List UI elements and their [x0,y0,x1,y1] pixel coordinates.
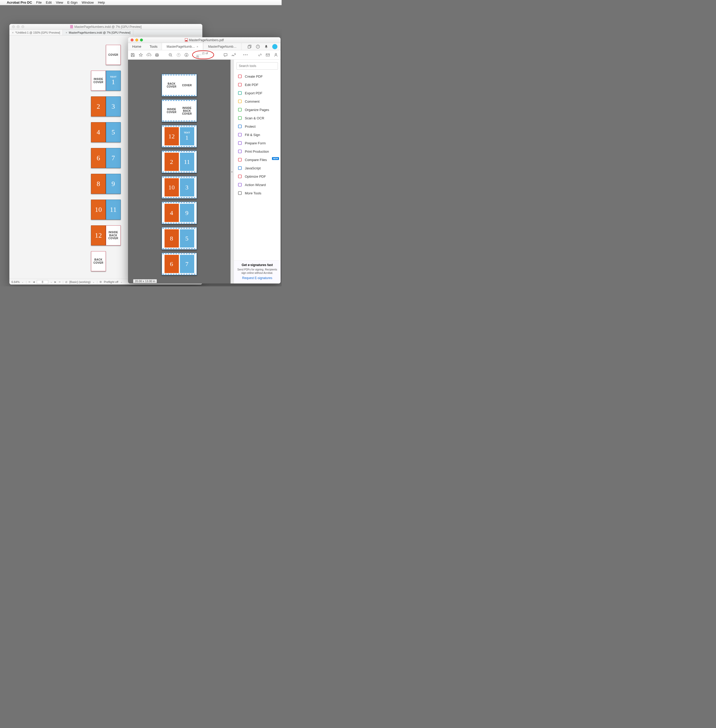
spread[interactable]: INSIDE COVERTEXT1 [91,71,121,91]
close-icon[interactable] [130,39,133,41]
help-icon[interactable]: ? [256,44,260,49]
search-tools-input[interactable] [237,62,278,70]
page-indicator[interactable]: (1 of 8) [192,50,214,59]
page-thumb[interactable]: 6 [91,148,106,168]
tool-item-fill-sign[interactable]: Fill & Sign [234,130,281,139]
promo-link[interactable]: Request E-signatures [237,276,278,280]
page-thumb[interactable]: COVER [106,45,121,65]
tab-close-icon[interactable]: × [197,45,198,48]
page-number-field[interactable]: 8 [37,280,48,284]
tool-item-organize-pages[interactable]: Organize Pages [234,106,281,114]
chevron-down-icon[interactable]: ⌄ [93,281,95,283]
tool-item-optimize-pdf[interactable]: Optimize PDF [234,172,281,180]
tool-item-edit-pdf[interactable]: Edit PDF [234,80,281,89]
page-up-icon[interactable] [176,53,181,58]
tool-item-javascript[interactable]: JavaScript [234,164,281,172]
tools-button[interactable]: Tools [146,43,162,50]
prev-page-icon[interactable]: ◀ [33,281,35,283]
home-button[interactable]: Home [128,43,146,50]
pdf-page[interactable]: 67 [162,253,197,275]
spread[interactable]: 23 [91,97,121,117]
tools-pane-collapse-icon[interactable]: ▸ [231,60,234,283]
tool-item-prepare-form[interactable]: Prepare Form [234,139,281,147]
person-icon[interactable] [273,53,278,58]
acrobat-doc-tab[interactable]: MasterPageNumb… [203,43,241,50]
share-icon[interactable] [247,44,252,49]
indesign-tab-masterpagenumbers[interactable]: × MasterPageNumbers.indd @ 7% [GPU Previ… [63,30,133,35]
spread[interactable]: COVER [106,45,121,65]
page-thumb[interactable]: 5 [106,122,121,142]
page-thumb[interactable]: INSIDE BACK COVER [106,226,121,245]
page-thumb[interactable]: 4 [91,122,106,142]
print-icon[interactable] [155,53,159,58]
bell-icon[interactable] [264,44,268,49]
gpu-icon[interactable]: ⎚ [65,280,67,283]
page-thumb[interactable]: 2 [91,97,106,117]
sign-icon[interactable] [231,53,236,58]
spread[interactable]: BACK COVER [91,251,106,271]
page-thumb[interactable]: 9 [106,174,121,194]
page-thumb[interactable]: INSIDE COVER [91,71,106,91]
page-thumb[interactable]: 10 [91,200,106,219]
zoom-level[interactable]: 6.64% [12,280,20,283]
spread[interactable]: 12INSIDE BACK COVER [91,226,121,245]
spread[interactable]: 1011 [91,200,121,219]
minimize-icon[interactable] [17,25,20,28]
page-thumb[interactable]: 3 [106,97,121,117]
page-thumb[interactable]: TEXT1 [106,71,121,91]
acrobat-doc-tab[interactable]: MasterPageNumb… × [162,43,203,50]
indesign-titlebar[interactable]: MasterPageNumbers.indd @ 7% [GPU Preview… [9,24,202,30]
preflight-status[interactable]: Preflight off [104,280,118,283]
zoom-out-icon[interactable] [168,53,173,58]
acrobat-titlebar[interactable]: MasterPageNumbers.pdf [128,37,281,43]
pdf-page[interactable]: 49 [162,202,197,224]
chevron-down-icon[interactable]: ⌄ [50,281,52,283]
page-thumb[interactable]: BACK COVER [91,251,106,271]
pdf-page[interactable]: 211 [162,151,197,173]
menu-esign[interactable]: E-Sign [67,0,77,5]
page-number-input[interactable] [196,51,202,55]
page-thumb[interactable]: 11 [106,200,121,219]
pdf-page[interactable]: BACK COVERCOVER [162,74,197,97]
tool-item-action-wizard[interactable]: Action Wizard [234,180,281,189]
spread[interactable]: 45 [91,122,121,142]
first-page-icon[interactable]: ⇤ [29,281,31,283]
chevron-down-icon[interactable]: ⌄ [22,281,24,283]
maximize-icon[interactable] [21,25,24,28]
page-thumb[interactable]: 7 [106,148,121,168]
account-avatar[interactable] [272,44,278,49]
pdf-page[interactable]: 103 [162,176,197,198]
tool-item-comment[interactable]: Comment [234,97,281,106]
spread[interactable]: 67 [91,148,121,168]
page-down-icon[interactable] [184,53,189,58]
tab-close-icon[interactable]: × [12,31,14,34]
page-thumb[interactable]: 12 [91,226,106,245]
minimize-icon[interactable] [135,39,138,41]
indesign-tab-untitled[interactable]: × *Untitled-1 @ 150% [GPU Preview] [9,30,63,35]
chevron-down-icon[interactable]: ⌄ [120,281,123,283]
comment-icon[interactable] [223,53,228,58]
last-page-icon[interactable]: ⇥ [58,281,61,283]
tool-item-create-pdf[interactable]: Create PDF [234,72,281,80]
tool-item-more-tools[interactable]: More Tools [234,189,281,197]
pdf-page[interactable]: 12TEXT1 [162,125,197,147]
tool-item-print-production[interactable]: Print Production [234,147,281,156]
tool-item-export-pdf[interactable]: Export PDF [234,89,281,97]
pdf-page[interactable]: 85 [162,227,197,250]
menu-window[interactable]: Window [82,0,94,5]
maximize-icon[interactable] [140,39,143,41]
tool-item-compare-files[interactable]: Compare FilesNEW [234,156,281,164]
cloud-upload-icon[interactable] [147,53,151,58]
link-icon[interactable] [258,53,262,58]
page-thumb[interactable]: 8 [91,174,106,194]
menu-view[interactable]: View [56,0,63,5]
next-page-icon[interactable]: ▶ [55,281,56,283]
tool-item-protect[interactable]: Protect [234,122,281,130]
menu-help[interactable]: Help [98,0,105,5]
pdf-page[interactable]: INSIDE COVERINSIDE BACK COVER [162,100,197,122]
tab-close-icon[interactable]: × [65,31,67,34]
mail-icon[interactable] [266,53,270,58]
menu-edit[interactable]: Edit [46,0,52,5]
acrobat-document-view[interactable]: BACK COVERCOVERINSIDE COVERINSIDE BACK C… [128,60,231,283]
more-icon[interactable]: ••• [243,53,248,58]
